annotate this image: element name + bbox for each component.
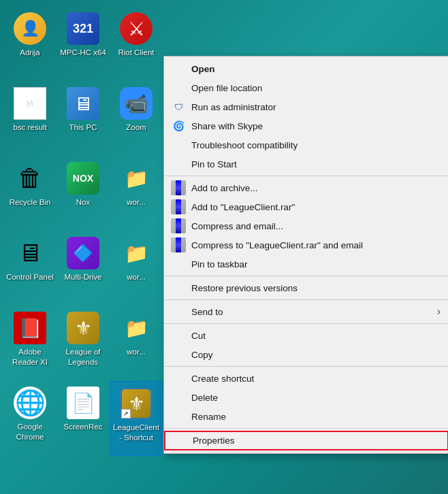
divider-4 xyxy=(164,323,448,324)
menu-item-restore-versions[interactable]: Restore previous versions xyxy=(164,278,448,297)
icon-mpc-hc[interactable]: 321 MPC-HC x64 xyxy=(57,7,110,82)
menu-item-open-file-location[interactable]: Open file location xyxy=(164,78,448,97)
icon-control-panel[interactable]: 🖥 Control Panel xyxy=(3,231,57,306)
divider-3 xyxy=(164,299,448,300)
menu-item-run-as-admin[interactable]: 🛡 Run as administrator xyxy=(164,97,448,116)
menu-item-troubleshoot[interactable]: Troubleshoot compatibility xyxy=(164,135,448,154)
icon-adrija[interactable]: 👤 Adrija xyxy=(3,7,57,82)
icon-league-of-legends[interactable]: ⚜ League of Legends xyxy=(57,306,110,381)
menu-item-create-shortcut[interactable]: Create shortcut xyxy=(164,369,448,388)
context-menu: Open Open file location 🛡 Run as adminis… xyxy=(163,56,448,454)
icon-this-pc[interactable]: 🖥 This PC xyxy=(57,82,110,157)
menu-item-cut[interactable]: Cut xyxy=(164,326,448,345)
icon-wor3[interactable]: 📁 wor... xyxy=(110,306,163,381)
icon-wor2[interactable]: 📁 wor... xyxy=(110,231,163,306)
winrar-icon-2 xyxy=(171,199,186,214)
icon-nox[interactable]: NOX Nox xyxy=(57,157,110,231)
icon-riot-client[interactable]: ⚔ Riot Client xyxy=(110,7,163,82)
divider-6 xyxy=(164,428,448,429)
icon-bsc-result[interactable]: 📄 bsc result xyxy=(3,82,57,157)
shortcut-arrow-icon: ↗ xyxy=(121,409,131,418)
winrar-icon-4 xyxy=(171,237,186,252)
divider-2 xyxy=(164,276,448,276)
divider-1 xyxy=(164,176,448,176)
icon-google-chrome[interactable]: 🌐 Google Chrome xyxy=(3,381,57,456)
menu-item-pin-start[interactable]: Pin to Start xyxy=(164,154,448,174)
desktop: 👤 Adrija 321 MPC-HC x64 ⚔ Riot Client 📄 … xyxy=(0,0,448,494)
icon-screenrec[interactable]: 📄 ScreenRec xyxy=(57,381,110,456)
desktop-icon-grid: 👤 Adrija 321 MPC-HC x64 ⚔ Riot Client 📄 … xyxy=(0,0,160,494)
divider-5 xyxy=(164,366,448,367)
menu-item-compress-rar-email[interactable]: Compress to "LeagueClient.rar" and email xyxy=(164,235,448,254)
menu-item-send-to[interactable]: Send to xyxy=(164,302,448,321)
skype-icon: 🌀 xyxy=(171,118,186,133)
menu-item-share-skype[interactable]: 🌀 Share with Skype xyxy=(164,116,448,135)
icon-zoom[interactable]: 📹 Zoom xyxy=(110,82,163,157)
menu-item-pin-taskbar[interactable]: Pin to taskbar xyxy=(164,254,448,274)
icon-recycle-bin[interactable]: 🗑 Recycle Bin xyxy=(3,157,57,231)
winrar-icon-3 xyxy=(171,218,186,233)
winrar-icon xyxy=(171,180,186,195)
icon-multi-drive[interactable]: 🔷 Multi-Drive xyxy=(57,231,110,306)
menu-item-open[interactable]: Open xyxy=(164,59,448,78)
menu-item-add-leagueclient[interactable]: Add to "LeagueClient.rar" xyxy=(164,197,448,216)
icon-lol-shortcut[interactable]: ⚜ ↗ LeagueClient - Shortcut xyxy=(110,381,163,456)
icon-wor1[interactable]: 📁 wor... xyxy=(110,157,163,231)
shield-icon: 🛡 xyxy=(171,99,186,114)
menu-item-add-archive[interactable]: Add to archive... xyxy=(164,178,448,197)
menu-item-copy[interactable]: Copy xyxy=(164,345,448,364)
menu-item-compress-email[interactable]: Compress and email... xyxy=(164,216,448,235)
menu-item-rename[interactable]: Rename xyxy=(164,407,448,426)
icon-adobe-reader[interactable]: 📕 Adobe Reader XI xyxy=(3,306,57,381)
menu-item-properties[interactable]: Properties xyxy=(164,431,448,450)
menu-item-delete[interactable]: Delete xyxy=(164,388,448,407)
